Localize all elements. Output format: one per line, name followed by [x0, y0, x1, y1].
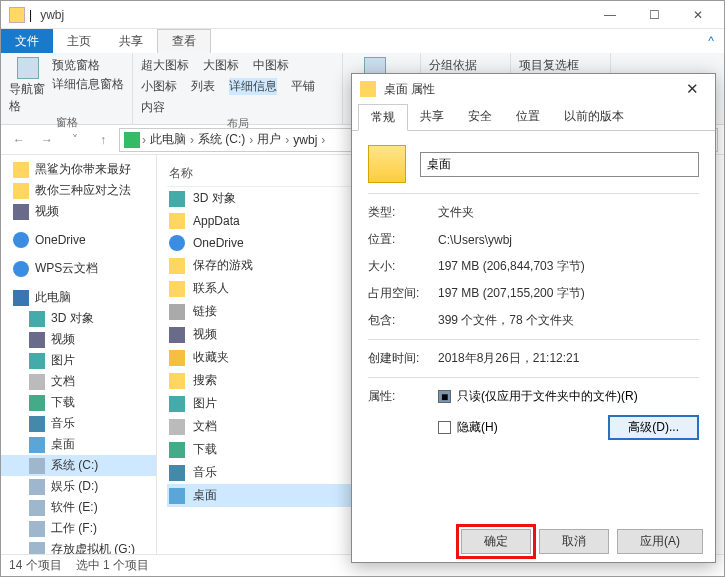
hidden-checkbox[interactable] [438, 421, 451, 434]
dialog-tabs: 常规 共享 安全 位置 以前的版本 [352, 104, 715, 131]
drive-icon [29, 458, 45, 474]
file-name: 文档 [193, 418, 217, 435]
star-icon [169, 350, 185, 366]
tab-share[interactable]: 共享 [105, 29, 157, 53]
tree-item[interactable]: 图片 [1, 350, 156, 371]
maximize-button[interactable]: ☐ [632, 2, 676, 28]
ok-button[interactable]: 确定 [461, 529, 531, 554]
crumb-0[interactable]: 此电脑 [148, 131, 188, 148]
vid-icon [169, 327, 185, 343]
tab-location[interactable]: 位置 [504, 104, 552, 130]
layout-list[interactable]: 列表 [191, 78, 215, 95]
folder-icon [169, 281, 185, 297]
close-button[interactable]: ✕ [676, 2, 720, 28]
pic-icon [169, 396, 185, 412]
label-size: 大小: [368, 258, 438, 275]
item-checkbox-toggle[interactable]: 项目复选框 [519, 57, 602, 74]
ribbon-tabs: 文件 主页 共享 查看 ^ [1, 29, 724, 53]
tab-view[interactable]: 查看 [157, 29, 211, 53]
back-button[interactable]: ← [7, 128, 31, 152]
tree-item[interactable]: 教你三种应对之法 [1, 180, 156, 201]
value-location: C:\Users\ywbj [438, 233, 512, 247]
details-pane-button[interactable]: 详细信息窗格 [52, 76, 124, 93]
layout-tile[interactable]: 平铺 [291, 78, 315, 95]
ribbon-expand-icon[interactable]: ^ [698, 29, 724, 53]
layout-content[interactable]: 内容 [141, 99, 165, 116]
file-name: OneDrive [193, 236, 244, 250]
tree-item[interactable]: 存放虚拟机 (G:) [1, 539, 156, 554]
tree-item-label: 视频 [51, 331, 75, 348]
status-selected: 选中 1 个项目 [76, 557, 149, 574]
tree-item-label: 黑鲨为你带来最好 [35, 161, 131, 178]
tree-item[interactable]: OneDrive [1, 230, 156, 250]
group-by-button[interactable]: 分组依据 [429, 57, 502, 74]
label-attributes: 属性: [368, 388, 438, 405]
forward-button[interactable]: → [35, 128, 59, 152]
tree-item[interactable]: WPS云文档 [1, 258, 156, 279]
file-name: 搜索 [193, 372, 217, 389]
tree-item[interactable]: 视频 [1, 329, 156, 350]
crumb-1[interactable]: 系统 (C:) [196, 131, 247, 148]
hidden-label: 隐藏(H) [457, 419, 498, 436]
tab-file[interactable]: 文件 [1, 29, 53, 53]
tab-general[interactable]: 常规 [358, 104, 408, 131]
layout-md[interactable]: 中图标 [253, 57, 289, 74]
mus-icon [29, 416, 45, 432]
recent-dropdown[interactable]: ˅ [63, 128, 87, 152]
tab-security[interactable]: 安全 [456, 104, 504, 130]
folder-large-icon [368, 145, 406, 183]
file-name: AppData [193, 214, 240, 228]
doc-icon [29, 374, 45, 390]
tree-item[interactable]: 3D 对象 [1, 308, 156, 329]
minimize-button[interactable]: — [588, 2, 632, 28]
tree-item-label: 文档 [51, 373, 75, 390]
folder-icon [9, 7, 25, 23]
advanced-button[interactable]: 高级(D)... [608, 415, 699, 440]
drive-icon [29, 479, 45, 495]
tree-item[interactable]: 下载 [1, 392, 156, 413]
tree-item[interactable]: 此电脑 [1, 287, 156, 308]
dialog-close-button[interactable]: ✕ [677, 80, 707, 98]
title-sep: | [29, 8, 32, 22]
folder-name-input[interactable]: 桌面 [420, 152, 699, 177]
desk-icon [169, 488, 185, 504]
layout-details[interactable]: 详细信息 [229, 78, 277, 95]
tab-home[interactable]: 主页 [53, 29, 105, 53]
tree-item[interactable]: 音乐 [1, 413, 156, 434]
crumb-3[interactable]: ywbj [291, 133, 319, 147]
preview-pane-button[interactable]: 预览窗格 [52, 57, 124, 74]
tree-item[interactable]: 桌面 [1, 434, 156, 455]
tree-item-label: 此电脑 [35, 289, 71, 306]
pc-icon [124, 132, 140, 148]
tree-item[interactable]: 视频 [1, 201, 156, 222]
readonly-checkbox[interactable]: ■ [438, 390, 451, 403]
tree-item[interactable]: 娱乐 (D:) [1, 476, 156, 497]
tree-item[interactable]: 工作 (F:) [1, 518, 156, 539]
doc-icon [169, 419, 185, 435]
cancel-button[interactable]: 取消 [539, 529, 609, 554]
tree-item[interactable]: 文档 [1, 371, 156, 392]
navpane-button[interactable]: 导航窗格 [9, 57, 46, 115]
tree-item-label: 娱乐 (D:) [51, 478, 98, 495]
apply-button[interactable]: 应用(A) [617, 529, 703, 554]
tree-item[interactable]: 系统 (C:) [1, 455, 156, 476]
tree-item[interactable]: 软件 (E:) [1, 497, 156, 518]
layout-xl[interactable]: 超大图标 [141, 57, 189, 74]
up-button[interactable]: ↑ [91, 128, 115, 152]
tree-item[interactable]: 黑鲨为你带来最好 [1, 159, 156, 180]
crumb-2[interactable]: 用户 [255, 131, 283, 148]
label-location: 位置: [368, 231, 438, 248]
layout-lg[interactable]: 大图标 [203, 57, 239, 74]
layout-sm[interactable]: 小图标 [141, 78, 177, 95]
folder-icon [169, 373, 185, 389]
tree-item-label: 存放虚拟机 (G:) [51, 541, 135, 554]
tab-sharing[interactable]: 共享 [408, 104, 456, 130]
nav-tree[interactable]: 黑鲨为你带来最好教你三种应对之法视频OneDriveWPS云文档此电脑3D 对象… [1, 155, 157, 554]
pic-icon [169, 191, 185, 207]
file-name: 收藏夹 [193, 349, 229, 366]
value-size: 197 MB (206,844,703 字节) [438, 258, 585, 275]
pc-icon [13, 290, 29, 306]
file-name: 桌面 [193, 487, 217, 504]
tab-previous[interactable]: 以前的版本 [552, 104, 636, 130]
pic-icon [29, 311, 45, 327]
